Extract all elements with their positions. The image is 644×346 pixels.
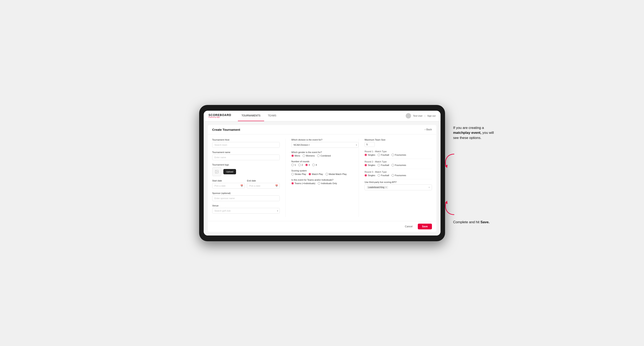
round2-fourball[interactable]: Fourball bbox=[378, 164, 389, 166]
scoring-option-medal[interactable]: Medal Match Play bbox=[326, 173, 347, 175]
round2-radio-fourball[interactable] bbox=[378, 164, 380, 166]
round1-options: Singles Fourball Foursomes bbox=[364, 154, 432, 156]
venue-group: Venue ▾ bbox=[212, 204, 280, 214]
round3-fourball[interactable]: Fourball bbox=[378, 174, 389, 176]
panel-title: Create Tournament bbox=[212, 128, 240, 131]
round3-radio-foursomes[interactable] bbox=[392, 174, 394, 176]
teams-label-teams: Teams (+Individuals) bbox=[295, 182, 315, 184]
nav-link-tournaments[interactable]: TOURNAMENTS bbox=[238, 111, 264, 121]
start-date-input[interactable] bbox=[212, 183, 245, 189]
gender-radio-combined[interactable] bbox=[317, 155, 320, 157]
navbar: SCOREBOARD Powered by clipp! TOURNAMENTS… bbox=[204, 111, 440, 121]
rounds-label-4: 4 bbox=[316, 164, 317, 166]
teams-radio-teams[interactable] bbox=[291, 182, 294, 184]
logo-upload-area: Upload bbox=[212, 167, 280, 176]
rounds-radio-4[interactable] bbox=[312, 164, 315, 166]
gender-option-womens[interactable]: Womens bbox=[303, 155, 315, 157]
start-date-group: Start date 📅 bbox=[212, 179, 245, 189]
venue-label: Venue bbox=[212, 204, 280, 207]
round2-radio-foursomes[interactable] bbox=[392, 164, 394, 166]
save-button[interactable]: Save bbox=[418, 224, 432, 229]
nav-link-teams[interactable]: TEAMS bbox=[264, 111, 280, 121]
rounds-group: Number of rounds 1 2 bbox=[291, 160, 358, 166]
annotation-top: If you are creating a matchplay event, y… bbox=[453, 125, 498, 141]
max-team-size-group: Maximum Team Size bbox=[364, 139, 432, 147]
arrow-top bbox=[443, 152, 455, 169]
sign-out-link[interactable]: Sign out bbox=[427, 115, 436, 117]
gender-radio-womens[interactable] bbox=[303, 155, 305, 157]
app: SCOREBOARD Powered by clipp! TOURNAMENTS… bbox=[204, 111, 440, 235]
gender-radio-mens[interactable] bbox=[291, 155, 294, 157]
date-row: Start date 📅 End date bbox=[212, 179, 280, 189]
api-select[interactable]: Leaderboard King ✕ ▾ bbox=[364, 184, 432, 190]
scoring-option-match[interactable]: Match Play bbox=[308, 173, 323, 175]
main-content: Create Tournament ‹ Back Tournament Host bbox=[204, 121, 440, 235]
round3-singles-label: Singles bbox=[368, 174, 375, 176]
round2-radio-singles[interactable] bbox=[364, 164, 367, 166]
round1-fourball[interactable]: Fourball bbox=[378, 154, 389, 156]
round2-singles-label: Singles bbox=[368, 164, 375, 166]
teams-radio-individuals[interactable] bbox=[318, 182, 320, 184]
round2-options: Singles Fourball Foursomes bbox=[364, 164, 432, 166]
rounds-option-4[interactable]: 4 bbox=[312, 164, 317, 166]
api-tag-remove[interactable]: ✕ bbox=[385, 186, 387, 188]
round3-foursomes[interactable]: Foursomes bbox=[392, 174, 406, 176]
round3-radio-singles[interactable] bbox=[364, 174, 367, 176]
gender-label: Which gender is the event for? bbox=[291, 151, 358, 154]
gender-option-mens[interactable]: Mens bbox=[291, 155, 300, 157]
scoring-radio-match[interactable] bbox=[308, 173, 311, 175]
scoring-radio-medal[interactable] bbox=[326, 173, 328, 175]
round3-foursomes-label: Foursomes bbox=[395, 174, 406, 176]
rounds-radio-3[interactable] bbox=[305, 164, 308, 166]
annotation-top-text: If you are creating a matchplay event, y… bbox=[453, 125, 498, 141]
back-link[interactable]: ‹ Back bbox=[425, 128, 432, 131]
rounds-option-1[interactable]: 1 bbox=[291, 164, 296, 166]
round1-radio-singles[interactable] bbox=[364, 154, 367, 156]
nav-links: TOURNAMENTS TEAMS bbox=[238, 111, 406, 121]
teams-option-individuals[interactable]: Individuals Only bbox=[318, 182, 337, 184]
round2-singles[interactable]: Singles bbox=[364, 164, 375, 166]
end-date-wrapper: 📅 bbox=[247, 183, 280, 189]
api-label: Use third-party live scoring API? bbox=[364, 181, 432, 183]
round3-radio-fourball[interactable] bbox=[378, 174, 380, 176]
round2-foursomes[interactable]: Foursomes bbox=[392, 164, 406, 166]
end-date-input[interactable] bbox=[247, 183, 280, 189]
scoring-label: Scoring system bbox=[291, 170, 358, 172]
cancel-button[interactable]: Cancel bbox=[402, 224, 416, 229]
round1-singles[interactable]: Singles bbox=[364, 154, 375, 156]
scoring-label-stroke: Stroke Play bbox=[295, 173, 306, 175]
calendar-icon-2: 📅 bbox=[275, 184, 278, 187]
round3-label: Round 3 - Match Type bbox=[364, 171, 432, 173]
api-tag-value: Leaderboard King bbox=[368, 186, 384, 188]
teams-label: Is this event for Teams and/or Individua… bbox=[291, 179, 358, 181]
round1-radio-fourball[interactable] bbox=[378, 154, 380, 156]
avatar bbox=[406, 113, 411, 119]
round3-singles[interactable]: Singles bbox=[364, 174, 375, 176]
gender-label-mens: Mens bbox=[295, 155, 300, 157]
upload-button[interactable]: Upload bbox=[223, 169, 236, 174]
round1-foursomes[interactable]: Foursomes bbox=[392, 154, 406, 156]
division-select-wrapper: NCAA Division I ▾ bbox=[291, 142, 358, 148]
teams-option-teams[interactable]: Teams (+Individuals) bbox=[291, 182, 315, 184]
scoring-radio-group: Stroke Play Match Play Med bbox=[291, 173, 358, 175]
tablet-frame: SCOREBOARD Powered by clipp! TOURNAMENTS… bbox=[199, 105, 445, 241]
rounds-label-2: 2 bbox=[302, 164, 303, 166]
rounds-option-2[interactable]: 2 bbox=[298, 164, 303, 166]
rounds-label-3: 3 bbox=[308, 164, 310, 166]
division-select[interactable]: NCAA Division I bbox=[291, 142, 358, 148]
venue-input[interactable] bbox=[212, 208, 280, 214]
scoring-option-stroke[interactable]: Stroke Play bbox=[291, 173, 306, 175]
gender-option-combined[interactable]: Combined bbox=[317, 155, 331, 157]
end-date-group: End date 📅 bbox=[247, 179, 280, 189]
sponsor-input[interactable] bbox=[212, 195, 280, 201]
sponsor-group: Sponsor (optional) bbox=[212, 192, 280, 201]
tournament-host-input[interactable] bbox=[212, 142, 280, 148]
scoring-radio-stroke[interactable] bbox=[291, 173, 294, 175]
rounds-radio-2[interactable] bbox=[298, 164, 301, 166]
round1-match-type-group: Round 1 - Match Type Singles bbox=[364, 150, 432, 156]
rounds-option-3[interactable]: 3 bbox=[305, 164, 310, 166]
rounds-radio-1[interactable] bbox=[291, 164, 294, 166]
round1-radio-foursomes[interactable] bbox=[392, 154, 394, 156]
max-team-size-input[interactable] bbox=[364, 142, 375, 147]
tournament-name-input[interactable] bbox=[212, 155, 280, 160]
